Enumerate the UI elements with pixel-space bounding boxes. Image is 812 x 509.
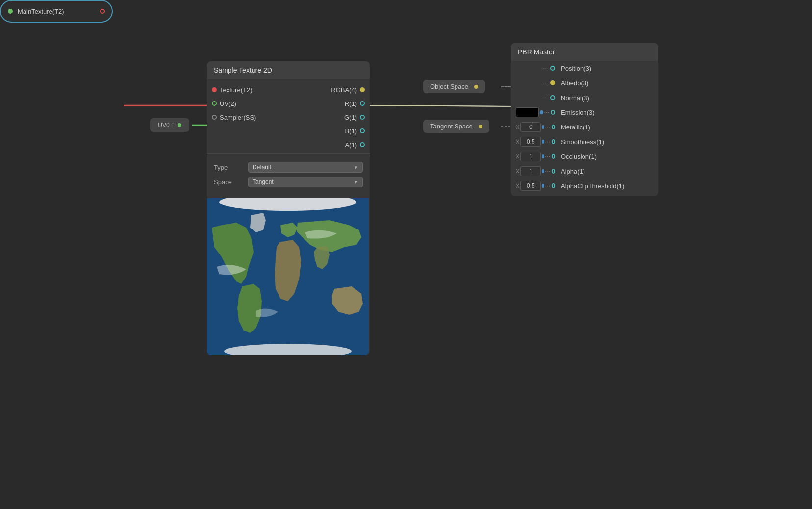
pbr-alphaclip-port[interactable] [552,183,555,188]
pbr-alpha-x: X [516,168,519,174]
pbr-smoothness-x: X [516,139,519,145]
port-r-out[interactable] [360,101,365,106]
pbr-smoothness-connector: ··· [545,139,551,145]
prop-space-arrow: ▼ [354,179,358,185]
port-texture-input-group: Texture(T2) [212,86,331,94]
pbr-port-alpha: X 1 ··· Alpha(1) [511,164,658,178]
pbr-metallic-port[interactable] [552,125,555,129]
port-row-b: B(1) [207,124,370,138]
pbr-alphaclip-connector: ··· [545,183,551,189]
pbr-position-left: ··· [516,66,555,71]
pbr-alphaclip-value[interactable]: 0.5 [520,181,541,191]
port-sampler-in[interactable] [212,115,217,120]
prop-type-dropdown[interactable]: Default ▼ [248,162,363,173]
pbr-normal-port[interactable] [550,95,555,100]
pbr-metallic-label: Metallic(1) [558,124,653,131]
sample-texture-node: Sample Texture 2D Texture(T2) RGBA(4) UV… [207,61,370,355]
pbr-metallic-value[interactable]: 0 [520,122,541,132]
pbr-albedo-left: ··· [516,80,555,86]
tangent-space-port-out[interactable] [479,125,482,128]
prop-type-label: Type [214,164,243,171]
port-g-label: G(1) [344,114,357,121]
pbr-position-port[interactable] [550,66,555,71]
pbr-master-header: PBR Master [511,43,658,61]
pbr-albedo-label: Albedo(3) [558,79,653,87]
pbr-alpha-left: X 1 ··· [516,166,555,176]
object-space-label: Object Space [430,83,468,90]
pbr-occlusion-left: X 1 ··· [516,152,555,161]
port-rgba-output-group: RGBA(4) [331,86,365,94]
tangent-space-label: Tangent Space [430,123,473,130]
pbr-port-alpha-clip: X 0.5 ··· AlphaClipThreshold(1) [511,178,658,193]
pbr-smoothness-left: X 0.5 ··· [516,137,555,147]
object-space-port-out[interactable] [474,85,478,89]
prop-type-row: Type Default ▼ [214,160,363,175]
pbr-metallic-left: X 0 ··· [516,122,555,132]
pbr-port-albedo: ··· Albedo(3) [511,76,658,90]
sample-texture-ports: Texture(T2) RGBA(4) UV(2) R(1) Sampl [207,79,370,197]
world-map-svg [207,198,369,355]
pbr-occlusion-port[interactable] [552,154,555,159]
prop-space-dropdown[interactable]: Tangent ▼ [248,177,363,187]
pbr-smoothness-label: Smoothness(1) [558,138,653,146]
main-texture-node[interactable]: MainTexture(T2) [0,0,113,23]
prop-space-row: Space Tangent ▼ [214,175,363,189]
pbr-port-smoothness: X 0.5 ··· Smoothness(1) [511,134,658,149]
pbr-port-occlusion: X 1 ··· Occlusion(1) [511,149,658,164]
uv0-label: UV0 ÷ [158,122,174,128]
pbr-alpha-value[interactable]: 1 [520,166,541,176]
pbr-smoothness-dot [542,140,544,144]
pbr-normal-connector: ··· [543,95,548,101]
pbr-alpha-connector: ··· [545,169,551,174]
sample-texture-header: Sample Texture 2D [207,61,370,79]
object-space-node[interactable]: Object Space [423,80,485,93]
pbr-master-title: PBR Master [518,48,555,56]
pbr-port-normal: ··· Normal(3) [511,90,658,105]
pbr-smoothness-port[interactable] [552,139,555,144]
pbr-emission-left: ··· [516,107,555,117]
pbr-occlusion-dot [542,154,544,158]
pbr-position-label: Position(3) [558,65,653,72]
port-uv-in[interactable] [212,101,217,106]
port-a-label: A(1) [345,141,357,149]
tangent-space-node[interactable]: Tangent Space [423,120,489,133]
sample-texture-props: Type Default ▼ Space Tangent ▼ [207,156,370,193]
main-texture-port-out[interactable] [100,9,105,14]
pbr-alpha-dot [542,169,544,173]
pbr-occlusion-value[interactable]: 1 [520,152,541,161]
prop-space-label: Space [214,178,243,186]
pbr-metallic-connector: ··· [545,125,551,130]
pbr-normal-label: Normal(3) [558,94,653,102]
port-b-label: B(1) [345,127,357,135]
pbr-alphaclip-x: X [516,183,519,189]
pbr-port-emission: ··· Emission(3) [511,105,658,120]
pbr-alpha-label: Alpha(1) [558,168,653,175]
pbr-albedo-connector: ··· [543,80,548,86]
pbr-smoothness-value[interactable]: 0.5 [520,137,541,147]
uv0-node[interactable]: UV0 ÷ [150,118,189,132]
port-rgba-label: RGBA(4) [331,86,357,94]
prop-space-value: Tangent [253,178,274,185]
pbr-emission-port[interactable] [551,110,555,115]
port-g-out[interactable] [360,115,365,120]
port-a-out[interactable] [360,142,365,147]
pbr-emission-connector: ··· [544,110,550,115]
pbr-master-node: PBR Master ··· Position(3) ··· Albedo(3)… [511,43,658,196]
port-b-out[interactable] [360,128,365,133]
port-row-uv-r: UV(2) R(1) [207,97,370,110]
uv0-port-out[interactable] [178,123,181,127]
main-texture-port-in[interactable] [8,9,13,14]
pbr-metallic-x: X [516,124,519,130]
pbr-albedo-port[interactable] [550,80,555,85]
pbr-alphaclip-left: X 0.5 ··· [516,181,555,191]
pbr-alpha-port[interactable] [552,169,555,174]
port-texture-in[interactable] [212,87,217,92]
pbr-normal-left: ··· [516,95,555,101]
pbr-position-connector: ··· [543,66,548,71]
port-row-texture-rgba: Texture(T2) RGBA(4) [207,83,370,97]
port-texture-label: Texture(T2) [220,86,252,94]
port-rgba-out[interactable] [360,87,365,92]
pbr-emission-color[interactable] [516,107,539,117]
port-row-a: A(1) [207,138,370,152]
pbr-metallic-dot [542,125,544,129]
